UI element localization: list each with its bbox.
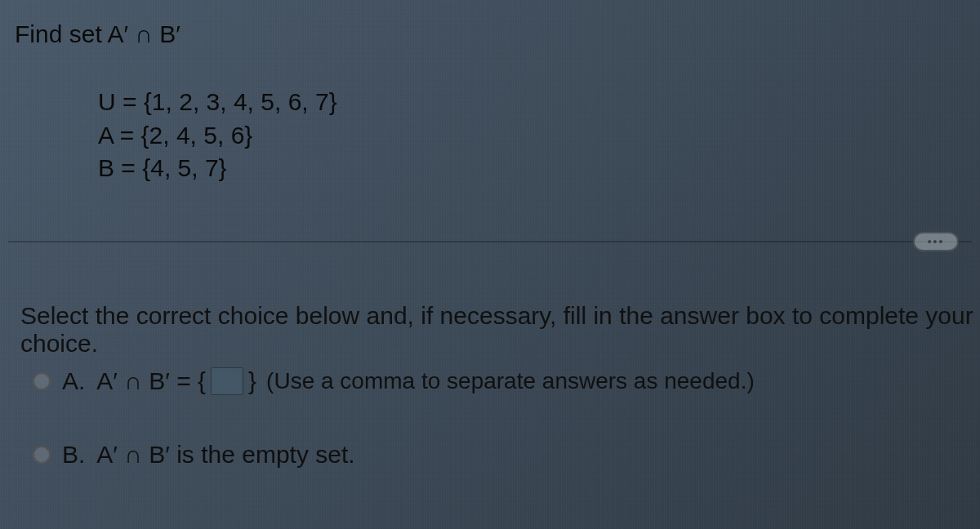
choice-a-suffix: } [248,367,256,395]
choice-b-row: B. A′ ∩ B′ is the empty set. [33,441,355,469]
choice-a-row: A. A′ ∩ B′ = { } (Use a comma to separat… [33,367,755,395]
divider [8,241,972,242]
ellipsis-icon: ••• [928,236,945,247]
set-a: A = {2, 4, 5, 6} [98,119,337,153]
choice-b-text: A′ ∩ B′ is the empty set. [96,441,354,469]
choice-a-hint: (Use a comma to separate answers as need… [266,368,755,394]
answer-input-box[interactable] [211,367,243,395]
set-b: B = {4, 5, 7} [98,152,337,185]
radio-choice-b[interactable] [33,446,51,464]
question-title: Find set A′ ∩ B′ [15,20,180,48]
choice-a-prefix: A′ ∩ B′ = { [96,367,206,395]
choice-a-text: A′ ∩ B′ = { } (Use a comma to separate a… [96,367,754,395]
given-sets-block: U = {1, 2, 3, 4, 5, 6, 7} A = {2, 4, 5, … [98,86,337,185]
instruction-text: Select the correct choice below and, if … [20,302,980,358]
radio-choice-a[interactable] [33,372,51,390]
choice-b-label: B. [62,441,85,469]
more-options-button[interactable]: ••• [913,232,959,251]
choice-a-label: A. [62,367,85,395]
universal-set: U = {1, 2, 3, 4, 5, 6, 7} [98,86,337,119]
